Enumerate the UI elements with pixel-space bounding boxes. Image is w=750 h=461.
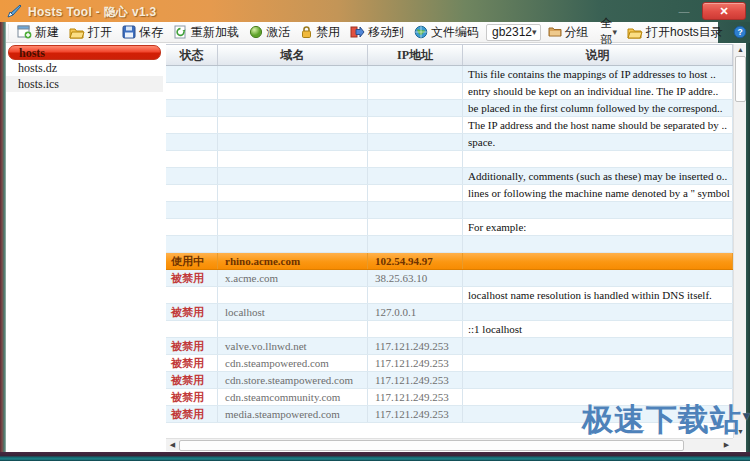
table-row[interactable]: 被禁用 cdn.store.steampowered.com 117.121.2… [166, 372, 733, 389]
minimize-button[interactable]: — [674, 8, 694, 16]
file-encoding-button[interactable]: 文件编码 [410, 22, 483, 43]
row-domain [218, 117, 368, 133]
row-description: Additionally, comments (such as these) m… [463, 168, 733, 184]
row-description [463, 202, 733, 218]
row-status [166, 287, 218, 303]
row-status [166, 134, 218, 150]
row-description: ::1 localhost [463, 321, 733, 337]
vertical-scrollbar[interactable]: ▲ ▼ [733, 44, 746, 438]
table-row[interactable]: 被禁用 valve.vo.llnwd.net 117.121.249.253 [166, 338, 733, 355]
save-button[interactable]: 保存 [118, 22, 167, 43]
row-domain [218, 185, 368, 201]
chevron-down-icon: ▾ [532, 28, 537, 37]
watermark-text: 极速下载站 [582, 402, 742, 437]
open-button-label: 打开 [88, 24, 112, 41]
row-domain [218, 168, 368, 184]
row-status [166, 100, 218, 116]
vertical-scroll-thumb[interactable] [735, 56, 746, 102]
column-header-domain[interactable]: 域名 [218, 45, 368, 65]
row-ip: 117.121.249.253 [368, 372, 463, 388]
activate-button-label: 激活 [266, 24, 290, 41]
new-button-label: 新建 [35, 24, 59, 41]
svg-text:?: ? [737, 27, 742, 37]
table-row[interactable] [166, 151, 733, 168]
table-row[interactable]: For example: [166, 219, 733, 236]
table-row[interactable]: 被禁用 localhost 127.0.0.1 [166, 304, 733, 321]
open-hosts-dir-label: 打开hosts目录 [646, 24, 723, 41]
row-ip: 117.121.249.253 [368, 406, 463, 422]
table-row[interactable]: be placed in the first column followed b… [166, 100, 733, 117]
row-ip [368, 236, 463, 252]
row-domain: cdn.steamcommunity.com [218, 389, 368, 405]
row-ip [368, 100, 463, 116]
watermark-arrow-icon: ▾ [743, 408, 750, 423]
column-header-status[interactable]: 状态 [166, 45, 218, 65]
row-domain: rhino.acme.com [218, 253, 368, 269]
hosts-folder-icon [627, 26, 643, 39]
row-domain [218, 151, 368, 167]
scroll-left-icon[interactable]: ◀ [166, 439, 179, 451]
titlebar: Hosts Tool - 隐心 v1.3 — ✕ [0, 0, 750, 22]
move-to-button[interactable]: 移动到 [346, 22, 408, 43]
row-description: space. [463, 134, 733, 150]
sidebar-item-hosts-ics[interactable]: hosts.ics [6, 76, 163, 92]
row-ip: 117.121.249.253 [368, 355, 463, 371]
save-icon [122, 25, 136, 39]
scroll-up-icon[interactable]: ▲ [734, 44, 747, 56]
row-ip [368, 117, 463, 133]
table-row[interactable]: 被禁用 cdn.steampowered.com 117.121.249.253 [166, 355, 733, 372]
open-button[interactable]: 打开 [65, 22, 116, 43]
table-row[interactable]: Additionally, comments (such as these) m… [166, 168, 733, 185]
open-hosts-dir-button[interactable]: 打开hosts目录 [623, 22, 727, 43]
new-file-icon [17, 25, 32, 39]
row-description [463, 151, 733, 167]
row-status [166, 66, 218, 82]
row-description [463, 338, 733, 354]
sidebar-item-hosts-dz[interactable]: hosts.dz [6, 60, 163, 76]
question-mark-icon: ? [733, 25, 747, 39]
table-row[interactable]: ::1 localhost [166, 321, 733, 338]
group-select[interactable]: 全部 ▾ [596, 24, 621, 41]
sidebar-item-hosts[interactable]: hosts [8, 45, 161, 60]
horizontal-scroll-thumb[interactable] [179, 440, 684, 451]
row-status [166, 117, 218, 133]
group-icon [548, 26, 562, 38]
row-ip [368, 202, 463, 218]
group-label-item: 分组 [544, 22, 593, 43]
row-status [166, 202, 218, 218]
reload-button[interactable]: 重新加载 [169, 22, 243, 43]
disable-button-label: 禁用 [316, 24, 340, 41]
window-border-bottom [0, 452, 750, 461]
row-status: 被禁用 [166, 355, 218, 371]
toolbar-grip-handle[interactable] [8, 24, 9, 40]
reload-button-label: 重新加载 [191, 24, 239, 41]
table-row[interactable]: space. [166, 134, 733, 151]
row-description: entry should be kept on an individual li… [463, 83, 733, 99]
table-row[interactable]: 使用中 rhino.acme.com 102.54.94.97 [166, 253, 733, 270]
disable-button[interactable]: 禁用 [296, 22, 344, 43]
row-status: 被禁用 [166, 372, 218, 388]
table-row[interactable]: lines or following the machine name deno… [166, 185, 733, 202]
table-row[interactable]: The IP address and the host name should … [166, 117, 733, 134]
column-header-description[interactable]: 说明 [463, 45, 733, 65]
row-status [166, 219, 218, 235]
table-row[interactable]: This file contains the mappings of IP ad… [166, 66, 733, 83]
table-row[interactable]: 被禁用 x.acme.com 38.25.63.10 [166, 270, 733, 287]
about-button[interactable]: ? 关于 [729, 22, 750, 43]
activate-button[interactable]: 激活 [245, 22, 294, 43]
new-button[interactable]: 新建 [13, 22, 63, 43]
row-description [463, 372, 733, 388]
column-header-ip[interactable]: IP地址 [368, 45, 463, 65]
row-status: 被禁用 [166, 304, 218, 320]
group-label: 分组 [565, 24, 589, 41]
table-row[interactable]: localhost name resolution is handled wit… [166, 287, 733, 304]
row-domain: media.steampowered.com [218, 406, 368, 422]
table-row[interactable] [166, 202, 733, 219]
row-domain [218, 83, 368, 99]
table-row[interactable] [166, 236, 733, 253]
app-window: Hosts Tool - 隐心 v1.3 — ✕ 新建 打开 [0, 0, 750, 461]
close-button[interactable]: ✕ [702, 2, 746, 20]
row-description: be placed in the first column followed b… [463, 100, 733, 116]
encoding-select[interactable]: gb2312 ▾ [486, 24, 541, 41]
table-row[interactable]: entry should be kept on an individual li… [166, 83, 733, 100]
